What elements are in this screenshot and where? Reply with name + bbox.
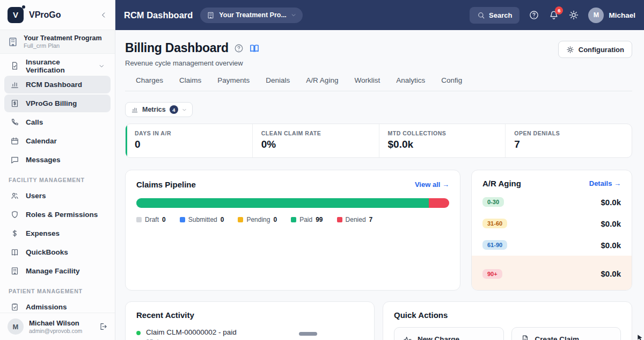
aging-bucket-badge: 90+ xyxy=(482,269,502,279)
activity-icon xyxy=(403,335,412,340)
notifications-button[interactable]: 6 xyxy=(548,10,559,20)
aging-row-31-60: 31-60 $0.0k xyxy=(482,213,621,234)
program-plan: Full_crm Plan xyxy=(24,42,102,49)
sidebar-item-label: RCM Dashboard xyxy=(26,81,82,89)
sidebar-item-manage-facility[interactable]: Manage Facility xyxy=(4,262,111,280)
activity-item: Claim CLM-00000002 - paid 35 days ago xyxy=(136,328,363,340)
tab-analytics[interactable]: Analytics xyxy=(396,76,425,91)
program-dropdown[interactable]: Your Treatment Pro... xyxy=(200,8,303,23)
search-button[interactable]: Search xyxy=(470,7,519,24)
legend-item-denied: Denied 7 xyxy=(337,216,373,223)
avatar: M xyxy=(8,319,24,335)
page-header: Billing Dashboard Configuration xyxy=(125,41,632,55)
sidebar-item-users[interactable]: Users xyxy=(4,187,111,205)
document-check-icon xyxy=(10,61,19,70)
section-facility-management: FACILITY MANAGEMENT xyxy=(4,170,111,186)
quick-actions-title: Quick Actions xyxy=(394,310,621,320)
calendar-icon xyxy=(10,136,19,146)
bar-chart-icon xyxy=(10,80,19,89)
sidebar-item-insurance-verification[interactable]: Insurance Verification xyxy=(4,57,111,75)
view-all-link[interactable]: View all → xyxy=(415,180,449,189)
page-title: Billing Dashboard xyxy=(125,41,229,55)
legend-swatch xyxy=(291,217,296,222)
bar-chart-icon xyxy=(131,106,138,113)
legend-value: 0 xyxy=(273,216,277,223)
tab-ar-aging[interactable]: A/R Aging xyxy=(306,76,338,91)
sidebar-item-expenses[interactable]: Expenses xyxy=(4,225,111,242)
sidebar-item-label: Manage Facility xyxy=(26,267,80,275)
aging-value: $0.0k xyxy=(601,241,621,250)
collapse-sidebar-icon[interactable] xyxy=(100,11,107,19)
metric-value: 7 xyxy=(514,139,623,150)
tab-denials[interactable]: Denials xyxy=(266,76,290,91)
sidebar-item-calls[interactable]: Calls xyxy=(4,113,111,131)
logout-icon[interactable] xyxy=(99,322,107,331)
metric-label: CLEAN CLAIM RATE xyxy=(261,130,370,136)
tab-claims[interactable]: Claims xyxy=(179,76,201,91)
aging-bucket-badge: 0-30 xyxy=(482,197,504,207)
notification-badge: 6 xyxy=(555,6,563,15)
metric-value: 0% xyxy=(261,139,370,150)
aging-bucket-badge: 31-60 xyxy=(482,219,507,228)
tab-config[interactable]: Config xyxy=(441,76,462,91)
program-selector[interactable]: Your Treatment Program Full_crm Plan xyxy=(0,30,115,54)
main-content: Billing Dashboard Configuration Revenue … xyxy=(115,30,644,340)
sidebar-item-roles-permissions[interactable]: Roles & Permissions xyxy=(4,206,111,223)
scrollbar-thumb[interactable] xyxy=(299,332,317,336)
metric-strip: DAYS IN A/R 0 CLEAN CLAIM RATE 0% MTD CO… xyxy=(125,124,632,158)
new-charge-button[interactable]: New Charge xyxy=(394,327,504,340)
sidebar-item-admissions[interactable]: Admissions xyxy=(4,298,111,313)
configuration-button[interactable]: Configuration xyxy=(558,41,632,58)
book-open-icon[interactable] xyxy=(249,43,260,54)
brand-logo: V xyxy=(8,7,24,23)
legend-item-submitted: Submitted 0 xyxy=(180,216,224,223)
sidebar-item-label: Roles & Permissions xyxy=(26,211,98,219)
aging-bucket-badge: 61-90 xyxy=(482,240,507,250)
users-icon xyxy=(10,191,19,200)
avatar: M xyxy=(588,8,604,23)
claims-pipeline-card: Claims Pipeline View all → Draft 0 Submi xyxy=(125,170,460,291)
legend-item-draft: Draft 0 xyxy=(136,216,166,223)
brand-logo-letter: V xyxy=(13,10,18,19)
building-icon xyxy=(8,37,18,47)
sidebar-item-quickbooks[interactable]: QuickBooks xyxy=(4,243,111,261)
legend-label: Submitted xyxy=(188,216,217,223)
gear-icon[interactable] xyxy=(568,10,579,20)
metrics-dropdown-button[interactable]: Metrics 4 xyxy=(125,102,193,117)
topbar-user-name: Michael xyxy=(609,11,635,19)
legend-label: Denied xyxy=(346,216,366,223)
sidebar-item-vprogo-billing[interactable]: VProGo Billing xyxy=(4,95,111,112)
sidebar-item-messages[interactable]: Messages xyxy=(4,151,111,169)
sidebar-item-label: Calendar xyxy=(26,137,57,145)
topbar-title: RCM Dashboard xyxy=(124,10,193,20)
user-menu[interactable]: M Michael xyxy=(588,8,635,23)
legend-label: Pending xyxy=(246,216,270,223)
aging-value: $0.0k xyxy=(601,269,621,278)
legend-label: Draft xyxy=(145,216,159,223)
metric-clean-claim-rate: CLEAN CLAIM RATE 0% xyxy=(252,124,379,157)
create-claim-button[interactable]: Create Claim xyxy=(511,327,621,340)
status-dot-paid xyxy=(136,331,141,335)
sidebar-item-label: Messages xyxy=(26,156,61,164)
configuration-label: Configuration xyxy=(579,46,624,54)
sidebar-item-label: VProGo Billing xyxy=(26,99,77,107)
sidebar-user[interactable]: M Michael Wilson admin@vprovob.com xyxy=(0,313,115,340)
legend-swatch xyxy=(337,217,342,222)
metric-label: OPEN DENIALS xyxy=(514,130,623,136)
dollar-icon xyxy=(10,229,19,238)
sidebar-nav: Insurance Verification RCM Dashboard VPr… xyxy=(0,54,115,313)
legend-value: 0 xyxy=(162,216,166,223)
activity-text: Claim CLM-00000002 - paid xyxy=(146,328,237,336)
sidebar-item-calendar[interactable]: Calendar xyxy=(4,132,111,150)
user-name: Michael Wilson xyxy=(29,319,82,327)
metric-days-in-ar: DAYS IN A/R 0 xyxy=(126,124,252,157)
tab-payments[interactable]: Payments xyxy=(217,76,250,91)
bar-segment-paid xyxy=(136,198,429,208)
tab-bar: Charges Claims Payments Denials A/R Agin… xyxy=(125,76,632,91)
tab-worklist[interactable]: Worklist xyxy=(354,76,380,91)
tab-charges[interactable]: Charges xyxy=(136,76,163,91)
sidebar-item-rcm-dashboard[interactable]: RCM Dashboard xyxy=(4,76,111,93)
help-icon[interactable] xyxy=(529,10,539,20)
details-link[interactable]: Details → xyxy=(589,179,621,187)
help-icon[interactable] xyxy=(234,44,244,53)
